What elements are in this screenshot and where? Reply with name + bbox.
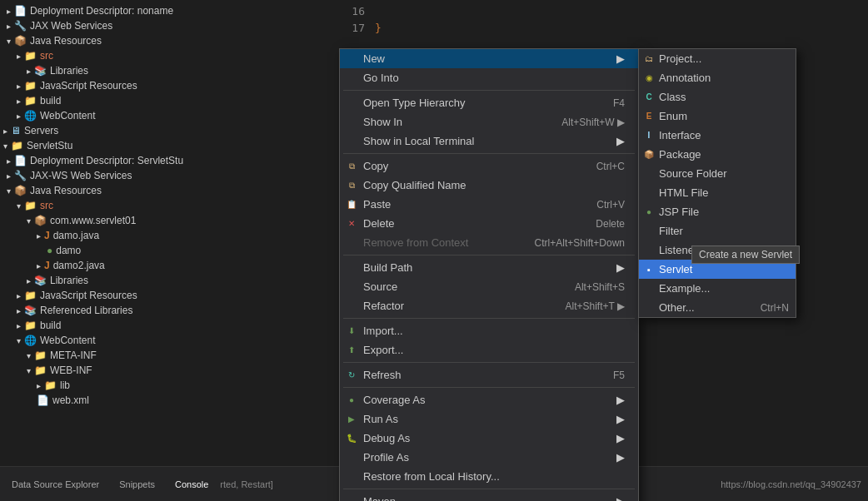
- servers-expand-icon: ▸: [3, 126, 7, 136]
- servlet-new-icon: ▪: [642, 263, 656, 276]
- menu-new-example[interactable]: Example...: [639, 279, 796, 298]
- menu-new-annotation[interactable]: ◉ Annotation: [639, 68, 796, 87]
- separator-6: [343, 387, 635, 388]
- menu-item-debug-as[interactable]: 🐛 Debug As ▶: [340, 429, 638, 448]
- tree-item-damo[interactable]: ● damo: [0, 243, 333, 258]
- damo-icon: ●: [47, 245, 52, 256]
- run-arrow: ▶: [616, 413, 625, 425]
- menu-item-refactor[interactable]: Refactor Alt+Shift+T ▶: [340, 296, 638, 315]
- tree-item-webcontent-2[interactable]: ▾ 🌐 WebContent: [0, 333, 333, 348]
- other-label: Other...: [659, 301, 695, 314]
- menu-item-refresh[interactable]: ↻ Refresh F5: [340, 365, 638, 384]
- menu-item-show-local-terminal[interactable]: Show in Local Terminal ▶: [340, 131, 638, 151]
- menu-item-coverage-as[interactable]: ● Coverage As ▶: [340, 390, 638, 409]
- tree-item-label: damo: [56, 245, 81, 256]
- tree-item-web-xml[interactable]: 📄 web.xml: [0, 393, 333, 408]
- tree-item-meta-inf[interactable]: ▾ 📁 META-INF: [0, 348, 333, 363]
- tree-item-js-resources-2[interactable]: ▸ 📁 JavaScript Resources: [0, 288, 333, 303]
- folder-icon: 📄: [14, 5, 27, 17]
- build-path-arrow: ▶: [616, 261, 625, 274]
- tree-item-webcontent[interactable]: ▸ 🌐 WebContent: [0, 108, 333, 123]
- deployment-icon: ▸: [7, 7, 11, 16]
- tree-item-damo2-java[interactable]: ▸ J damo2.java: [0, 258, 333, 273]
- menu-item-source[interactable]: Source Alt+Shift+S: [340, 277, 638, 296]
- menu-new-interface[interactable]: I Interface: [639, 126, 796, 145]
- webcontent2-icon: ▾: [17, 336, 21, 345]
- tree-item-libraries-2[interactable]: ▸ 📚 Libraries: [0, 273, 333, 288]
- tree-item-build-2[interactable]: ▸ 📁 build: [0, 318, 333, 333]
- tree-item-label: build: [40, 320, 61, 331]
- tree-item-deployment-noname[interactable]: ▸ 📄 Deployment Descriptor: noname: [0, 3, 333, 18]
- menu-item-copy-qualified[interactable]: ⧉ Copy Qualified Name: [340, 176, 638, 195]
- tree-item-damo-java[interactable]: ▸ J damo.java: [0, 228, 333, 243]
- folder-icon-java: 📦: [14, 35, 27, 47]
- tree-item-src[interactable]: ▸ 📁 src: [0, 48, 333, 63]
- tree-item-package[interactable]: ▾ 📦 com.www.servlet01: [0, 213, 333, 228]
- menu-item-run-as[interactable]: ▶ Run As ▶: [340, 409, 638, 429]
- menu-item-delete[interactable]: ✕ Delete Delete: [340, 214, 638, 233]
- context-menu-main: New ▶ Go Into Open Type Hierarchy F4 Sho…: [339, 48, 639, 501]
- menu-new-jsp-file[interactable]: ● JSP File: [639, 202, 796, 221]
- menu-item-build-path[interactable]: Build Path ▶: [340, 258, 638, 277]
- build-expand-icon: ▸: [17, 97, 21, 106]
- copy-label: Copy: [363, 160, 388, 172]
- menu-new-html-file[interactable]: HTML File: [639, 183, 796, 202]
- menu-new-project[interactable]: 🗂 Project...: [639, 49, 796, 68]
- menu-new-source-folder[interactable]: Source Folder: [639, 164, 796, 183]
- tree-item-ref-libraries[interactable]: ▸ 📚 Referenced Libraries: [0, 303, 333, 318]
- menu-item-profile-as[interactable]: Profile As ▶: [340, 448, 638, 467]
- menu-item-show-in[interactable]: Show In Alt+Shift+W ▶: [340, 112, 638, 131]
- menu-new-other[interactable]: Other... Ctrl+N: [639, 298, 796, 317]
- webcontent-expand-icon: ▸: [17, 112, 21, 121]
- menu-new-package[interactable]: 📦 Package: [639, 145, 796, 164]
- menu-new-servlet[interactable]: ▪ Servlet: [639, 260, 796, 279]
- local-terminal-arrow: ▶: [616, 135, 625, 147]
- debug-icon: 🐛: [345, 432, 358, 445]
- tree-item-web-inf[interactable]: ▾ 📁 WEB-INF: [0, 363, 333, 378]
- menu-item-go-into[interactable]: Go Into: [340, 68, 638, 87]
- jax-ws-icon: 🔧: [14, 20, 27, 32]
- tree-item-label: WebContent: [40, 110, 96, 122]
- tree-item-java-resources[interactable]: ▾ 📦 Java Resources: [0, 33, 333, 48]
- remove-context-shortcut: Ctrl+Alt+Shift+Down: [535, 237, 625, 249]
- menu-new-class[interactable]: C Class: [639, 87, 796, 107]
- refactor-label: Refactor: [363, 300, 404, 312]
- tab-data-source-explorer[interactable]: Data Source Explorer: [7, 478, 104, 491]
- tree-item-libraries[interactable]: ▸ 📚 Libraries: [0, 63, 333, 78]
- tab-console[interactable]: Console: [170, 478, 213, 491]
- tab-snippets[interactable]: Snippets: [114, 478, 160, 491]
- tree-item-java-resources-2[interactable]: ▾ 📦 Java Resources: [0, 183, 333, 198]
- source-shortcut: Alt+Shift+S: [575, 281, 625, 293]
- build2-folder-icon: 📁: [24, 320, 37, 331]
- jax-ws2-icon: ▸: [7, 171, 11, 181]
- menu-item-paste[interactable]: 📋 Paste Ctrl+V: [340, 195, 638, 214]
- restore-history-label: Restore from Local History...: [363, 470, 500, 483]
- menu-item-copy[interactable]: ⧉ Copy Ctrl+C: [340, 156, 638, 176]
- lib-folder2-icon: 📁: [44, 379, 57, 391]
- context-menu-new: 🗂 Project... ◉ Annotation C Class E Enum…: [638, 48, 796, 318]
- menu-new-listener[interactable]: Listener: [639, 241, 796, 260]
- menu-item-maven[interactable]: Maven ▶: [340, 492, 638, 501]
- src-label: src: [40, 50, 53, 62]
- show-local-terminal-label: Show in Local Terminal: [363, 135, 474, 147]
- menu-item-import[interactable]: ⬇ Import...: [340, 321, 638, 340]
- tree-item-servletstu[interactable]: ▾ 📁 ServletStu: [0, 138, 333, 153]
- tree-item-servers[interactable]: ▸ 🖥 Servers: [0, 123, 333, 138]
- menu-new-filter[interactable]: Filter: [639, 221, 796, 241]
- tree-item-dd-servletstu[interactable]: ▸ 📄 Deployment Descriptor: ServletStu: [0, 153, 333, 168]
- tree-item-js-resources[interactable]: ▸ 📁 JavaScript Resources: [0, 78, 333, 93]
- tree-item-lib[interactable]: ▸ 📁 lib: [0, 378, 333, 393]
- menu-item-open-type-hierarchy[interactable]: Open Type Hierarchy F4: [340, 93, 638, 112]
- tree-item-jax-ws-2[interactable]: ▸ 🔧 JAX-WS Web Services: [0, 168, 333, 183]
- menu-item-new[interactable]: New ▶: [340, 49, 638, 68]
- menu-item-restore-history[interactable]: Restore from Local History...: [340, 467, 638, 486]
- tree-item-jax-ws[interactable]: ▸ 🔧 JAX Web Services: [0, 18, 333, 33]
- webcontent2-folder-icon: 🌐: [24, 335, 37, 346]
- menu-item-export[interactable]: ⬆ Export...: [340, 340, 638, 360]
- tree-item-label: META-INF: [50, 350, 97, 361]
- tree-item-build[interactable]: ▸ 📁 build: [0, 93, 333, 108]
- tree-item-src-2[interactable]: ▾ 📁 src: [0, 198, 333, 213]
- coverage-as-label: Coverage As: [363, 394, 425, 406]
- java-file-icon: J: [44, 230, 50, 241]
- menu-new-enum[interactable]: E Enum: [639, 107, 796, 126]
